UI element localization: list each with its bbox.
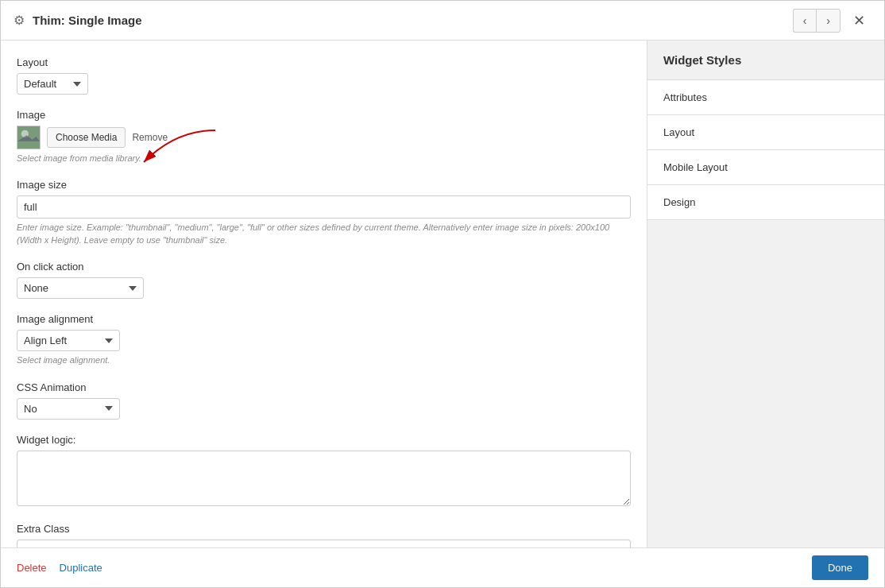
header: ⚙ Thim: Single Image ‹ › ✕ bbox=[1, 1, 884, 41]
layout-label: Layout bbox=[17, 56, 631, 68]
image-help-text: Select image from media library. bbox=[17, 153, 631, 164]
widget-logic-group: Widget logic: bbox=[17, 434, 631, 509]
image-alignment-help: Select image alignment. bbox=[17, 354, 631, 366]
layout-select[interactable]: Default Style 1 Style 2 bbox=[17, 73, 88, 95]
widget-logic-label: Widget logic: bbox=[17, 434, 631, 446]
header-left: ⚙ Thim: Single Image bbox=[14, 13, 142, 28]
image-size-input[interactable] bbox=[17, 195, 631, 219]
duplicate-button[interactable]: Duplicate bbox=[60, 562, 102, 574]
image-group: Image Choose Media Remove Select image f… bbox=[17, 109, 631, 164]
image-alignment-group: Image alignment Align Left Align Center … bbox=[17, 313, 631, 366]
extra-class-group: Extra Class bbox=[17, 523, 631, 547]
left-panel: Layout Default Style 1 Style 2 Image Cho… bbox=[1, 41, 647, 547]
right-panel-item-design[interactable]: Design bbox=[647, 185, 884, 220]
image-size-help: Enter image size. Example: "thumbnail", … bbox=[17, 222, 631, 246]
right-panel: Widget Styles Attributes Layout Mobile L… bbox=[647, 41, 884, 547]
css-animation-select[interactable]: No Yes bbox=[17, 398, 120, 420]
footer: Delete Duplicate Done bbox=[1, 547, 884, 587]
widget-styles-header: Widget Styles bbox=[647, 41, 884, 80]
main-content: Layout Default Style 1 Style 2 Image Cho… bbox=[1, 41, 884, 547]
page-title: Thim: Single Image bbox=[33, 14, 142, 27]
image-row: Choose Media Remove bbox=[17, 126, 631, 149]
image-thumbnail bbox=[17, 126, 41, 149]
right-panel-item-layout[interactable]: Layout bbox=[647, 115, 884, 150]
on-click-label: On click action bbox=[17, 261, 631, 273]
done-button[interactable]: Done bbox=[812, 555, 868, 580]
extra-class-label: Extra Class bbox=[17, 523, 631, 535]
image-alignment-select[interactable]: Align Left Align Center Align Right bbox=[17, 330, 120, 351]
widget-logic-textarea[interactable] bbox=[17, 451, 631, 506]
image-alignment-label: Image alignment bbox=[17, 313, 631, 325]
on-click-select[interactable]: None Open Link Lightbox bbox=[17, 277, 144, 299]
gear-icon: ⚙ bbox=[14, 13, 25, 28]
choose-media-button[interactable]: Choose Media bbox=[47, 127, 126, 148]
close-button[interactable]: ✕ bbox=[847, 9, 871, 33]
image-label: Image bbox=[17, 109, 631, 121]
right-panel-item-mobile-layout[interactable]: Mobile Layout bbox=[647, 150, 884, 185]
layout-group: Layout Default Style 1 Style 2 bbox=[17, 56, 631, 95]
extra-class-input[interactable] bbox=[17, 540, 631, 547]
image-size-group: Image size Enter image size. Example: "t… bbox=[17, 179, 631, 246]
remove-link[interactable]: Remove bbox=[132, 132, 168, 143]
right-panel-item-attributes[interactable]: Attributes bbox=[647, 80, 884, 115]
css-animation-label: CSS Animation bbox=[17, 381, 631, 393]
header-nav: ‹ › ✕ bbox=[793, 9, 871, 33]
nav-forward-button[interactable]: › bbox=[816, 9, 841, 33]
css-animation-group: CSS Animation No Yes bbox=[17, 381, 631, 420]
on-click-group: On click action None Open Link Lightbox bbox=[17, 261, 631, 299]
nav-back-button[interactable]: ‹ bbox=[793, 9, 817, 33]
delete-button[interactable]: Delete bbox=[17, 562, 47, 574]
footer-left: Delete Duplicate bbox=[17, 562, 102, 574]
image-size-label: Image size bbox=[17, 179, 631, 191]
